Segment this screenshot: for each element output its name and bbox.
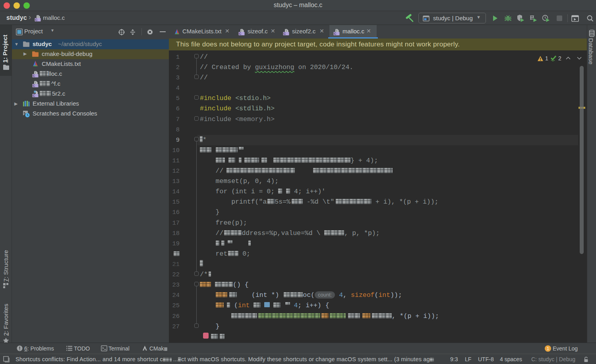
svg-text:C: C xyxy=(33,74,35,78)
svg-text:C: C xyxy=(334,32,336,36)
svg-text:C: C xyxy=(33,84,35,88)
svg-text:C: C xyxy=(33,94,35,98)
svg-text:C: C xyxy=(239,32,241,36)
svg-text:1: 1 xyxy=(547,346,549,351)
svg-text:C: C xyxy=(35,18,37,22)
svg-text:C: C xyxy=(283,32,286,36)
